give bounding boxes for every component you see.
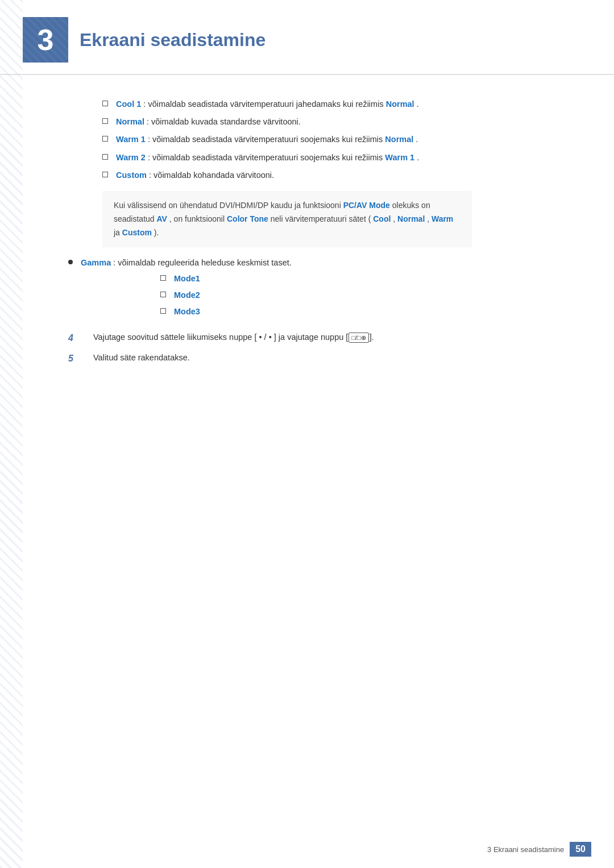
term-warm1: Warm 1	[116, 135, 146, 144]
term-gamma: Gamma	[81, 258, 111, 267]
bullet-icon	[160, 275, 166, 281]
cool1-text: : võimaldab seadistada värvitemperatuuri…	[143, 99, 385, 109]
term-mode1: Mode1	[174, 272, 200, 285]
term-cool1: Cool 1	[116, 99, 141, 109]
bullet-icon	[102, 136, 108, 142]
note-comma2: ,	[427, 214, 432, 223]
note-closing: ).	[154, 228, 159, 237]
list-item-warm2: Warm 2 : võimaldab seadistada värvitempe…	[102, 151, 580, 164]
step-5-text: Valitud säte rakendatakse.	[93, 351, 190, 364]
step-4-number: 4	[68, 331, 85, 346]
list-item-mode1: Mode1	[160, 272, 292, 285]
gamma-text: : võimaldab reguleerida heleduse keskmis…	[113, 258, 292, 267]
term-mode2: Mode2	[174, 289, 200, 302]
list-item-mode3: Mode3	[160, 305, 292, 318]
footer-chapter-label: 3 Ekraani seadistamine	[487, 845, 564, 854]
note-text-end: ja	[114, 228, 122, 237]
chapter-number-box: 3	[23, 17, 68, 63]
note-text-mid2: , on funktsioonil	[169, 214, 227, 223]
main-content: Cool 1 : võimaldab seadistada värvitempe…	[0, 98, 614, 405]
list-item-mode2: Mode2	[160, 289, 292, 302]
note-term-warm: Warm	[432, 214, 453, 223]
term-normal: Normal	[116, 117, 144, 126]
bullet-icon	[102, 172, 108, 177]
decorative-diagonal-bg	[0, 0, 23, 868]
chapter-number: 3	[38, 25, 54, 55]
term-custom: Custom	[116, 171, 147, 180]
steps-section: 4 Vajutage soovitud sättele liikumiseks …	[68, 331, 580, 366]
page-footer: 3 Ekraani seadistamine 50	[487, 842, 591, 857]
list-item-cool1: Cool 1 : võimaldab seadistada värvitempe…	[102, 98, 580, 111]
main-bullet-icon	[68, 260, 73, 264]
color-tone-list: Cool 1 : võimaldab seadistada värvitempe…	[102, 98, 580, 182]
note-term-normal2: Normal	[397, 214, 425, 223]
gamma-list: Gamma : võimaldab reguleerida heleduse k…	[68, 256, 580, 322]
note-term-cool: Cool	[373, 214, 391, 223]
list-item-gamma: Gamma : võimaldab reguleerida heleduse k…	[68, 256, 580, 322]
bullet-icon	[160, 292, 166, 297]
step-5: 5 Valitud säte rakendatakse.	[68, 351, 580, 366]
bullet-icon	[102, 154, 108, 160]
list-item-warm1: Warm 1 : võimaldab seadistada värvitempe…	[102, 133, 580, 146]
note-term-av: AV	[157, 214, 167, 223]
step-4: 4 Vajutage soovitud sättele liikumiseks …	[68, 331, 580, 346]
note-text-mid3: neli värvitemperatuuri sätet (	[271, 214, 371, 223]
warm1-text: : võimaldab seadistada värvitemperatuuri…	[148, 135, 385, 144]
step-4-text: Vajutage soovitud sättele liikumiseks nu…	[93, 331, 374, 344]
bullet-icon	[102, 118, 108, 124]
term-warm2: Warm 2	[116, 153, 146, 162]
custom-text: : võimaldab kohandada värvitooni.	[149, 171, 274, 180]
bullet-icon	[160, 308, 166, 314]
note-text-before: Kui välissisend on ühendatud DVI/HDMI/DP…	[114, 201, 343, 210]
footer-page-number: 50	[570, 842, 591, 857]
step-5-number: 5	[68, 351, 85, 366]
bullet-icon	[102, 101, 108, 106]
note-term-pcav: PC/AV Mode	[343, 201, 390, 210]
term-normal-ref2: Normal	[385, 135, 413, 144]
note-term-colortone: Color Tone	[227, 214, 268, 223]
list-item-normal: Normal : võimaldab kuvada standardse vär…	[102, 115, 580, 128]
note-comma1: ,	[393, 214, 397, 223]
key-icon-monitor: □/□⊕	[349, 333, 368, 343]
note-box: Kui välissisend on ühendatud DVI/HDMI/DP…	[102, 191, 472, 247]
normal-text: : võimaldab kuvada standardse värvitooni…	[147, 117, 301, 126]
list-item-custom: Custom : võimaldab kohandada värvitooni.	[102, 169, 580, 182]
term-mode3: Mode3	[174, 305, 200, 318]
warm2-text: : võimaldab seadistada värvitemperatuuri…	[148, 153, 385, 162]
term-warm1-ref: Warm 1	[385, 153, 414, 162]
gamma-modes-list: Mode1 Mode2 Mode3	[160, 272, 292, 319]
note-term-custom2: Custom	[122, 228, 152, 237]
chapter-title: Ekraani seadistamine	[80, 30, 265, 51]
term-normal-ref: Normal	[386, 99, 414, 109]
page-header: 3 Ekraani seadistamine	[0, 0, 614, 75]
